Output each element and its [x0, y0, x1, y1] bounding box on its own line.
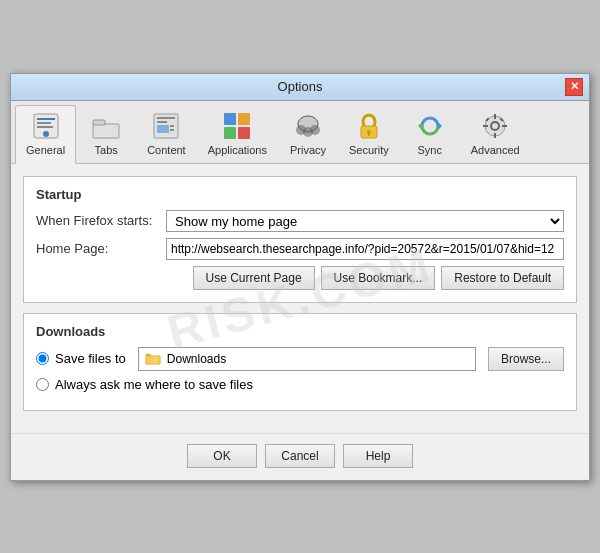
svg-rect-3: [37, 126, 53, 128]
svg-rect-11: [157, 125, 169, 133]
svg-rect-1: [37, 118, 55, 120]
main-content: RISK.COM Startup When Firefox starts: Sh…: [11, 164, 589, 433]
close-button[interactable]: ✕: [565, 78, 583, 96]
sync-icon: [414, 110, 446, 142]
svg-rect-32: [494, 133, 496, 138]
save-files-row: Save files to Downloads Browse...: [36, 347, 564, 371]
svg-rect-6: [93, 124, 119, 138]
startup-select[interactable]: Show my home page Show a blank page Show…: [166, 210, 564, 232]
content-icon: [150, 110, 182, 142]
downloads-path: Downloads: [138, 347, 476, 371]
toolbar: General Tabs: [11, 101, 589, 164]
tab-applications-label: Applications: [208, 144, 267, 156]
titlebar: Options ✕: [11, 74, 589, 101]
help-button[interactable]: Help: [343, 444, 413, 468]
svg-rect-13: [170, 129, 174, 131]
homepage-label: Home Page:: [36, 241, 166, 256]
homepage-buttons: Use Current Page Use Bookmark... Restore…: [36, 266, 564, 290]
security-icon: [353, 110, 385, 142]
downloads-section: Downloads Save files to Downloads Browse…: [23, 313, 577, 411]
svg-rect-10: [157, 121, 167, 123]
ask-save-row: Always ask me where to save files: [36, 377, 564, 392]
homepage-input[interactable]: [166, 238, 564, 260]
svg-rect-34: [502, 125, 507, 127]
tab-security[interactable]: Security: [338, 105, 400, 163]
tab-sync[interactable]: Sync: [400, 105, 460, 163]
ask-save-label: Always ask me where to save files: [55, 377, 253, 392]
tabs-icon: [90, 110, 122, 142]
svg-rect-2: [37, 122, 51, 124]
save-files-label: Save files to: [55, 351, 126, 366]
svg-rect-12: [170, 125, 174, 127]
general-icon: [30, 110, 62, 142]
svg-rect-15: [238, 113, 250, 125]
privacy-icon: [292, 110, 324, 142]
tab-content[interactable]: Content: [136, 105, 197, 163]
tab-sync-label: Sync: [418, 144, 442, 156]
svg-marker-28: [418, 122, 422, 130]
advanced-icon: [479, 110, 511, 142]
tab-general-label: General: [26, 144, 65, 156]
tab-tabs[interactable]: Tabs: [76, 105, 136, 163]
svg-rect-33: [483, 125, 488, 127]
startup-title: Startup: [36, 187, 564, 202]
folder-name: Downloads: [167, 352, 226, 366]
svg-rect-9: [157, 117, 175, 119]
homepage-row: Home Page:: [36, 238, 564, 260]
tab-applications[interactable]: Applications: [197, 105, 278, 163]
svg-rect-17: [238, 127, 250, 139]
cancel-button[interactable]: Cancel: [265, 444, 335, 468]
applications-icon: [221, 110, 253, 142]
svg-rect-14: [224, 113, 236, 125]
tab-advanced-label: Advanced: [471, 144, 520, 156]
use-bookmark-button[interactable]: Use Bookmark...: [321, 266, 436, 290]
restore-default-button[interactable]: Restore to Default: [441, 266, 564, 290]
use-current-page-button[interactable]: Use Current Page: [193, 266, 315, 290]
ok-button[interactable]: OK: [187, 444, 257, 468]
window-title: Options: [35, 79, 565, 94]
startup-section: Startup When Firefox starts: Show my hom…: [23, 176, 577, 303]
save-files-radio[interactable]: [36, 352, 49, 365]
tab-privacy[interactable]: Privacy: [278, 105, 338, 163]
tab-privacy-label: Privacy: [290, 144, 326, 156]
tab-tabs-label: Tabs: [95, 144, 118, 156]
browse-button[interactable]: Browse...: [488, 347, 564, 371]
footer-bar: OK Cancel Help: [11, 433, 589, 480]
ask-save-radio[interactable]: [36, 378, 49, 391]
startup-row: When Firefox starts: Show my home page S…: [36, 210, 564, 232]
content-area: Startup When Firefox starts: Show my hom…: [11, 164, 589, 433]
svg-rect-31: [494, 114, 496, 119]
tab-security-label: Security: [349, 144, 389, 156]
svg-point-4: [43, 131, 49, 137]
svg-marker-27: [438, 122, 442, 130]
when-label: When Firefox starts:: [36, 213, 166, 228]
tab-advanced[interactable]: Advanced: [460, 105, 531, 163]
downloads-title: Downloads: [36, 324, 564, 339]
folder-icon: [145, 351, 161, 367]
tab-content-label: Content: [147, 144, 186, 156]
svg-rect-7: [93, 120, 105, 125]
options-dialog: Options ✕ General: [10, 73, 590, 481]
tab-general[interactable]: General: [15, 105, 76, 164]
svg-rect-26: [368, 132, 370, 136]
svg-rect-16: [224, 127, 236, 139]
